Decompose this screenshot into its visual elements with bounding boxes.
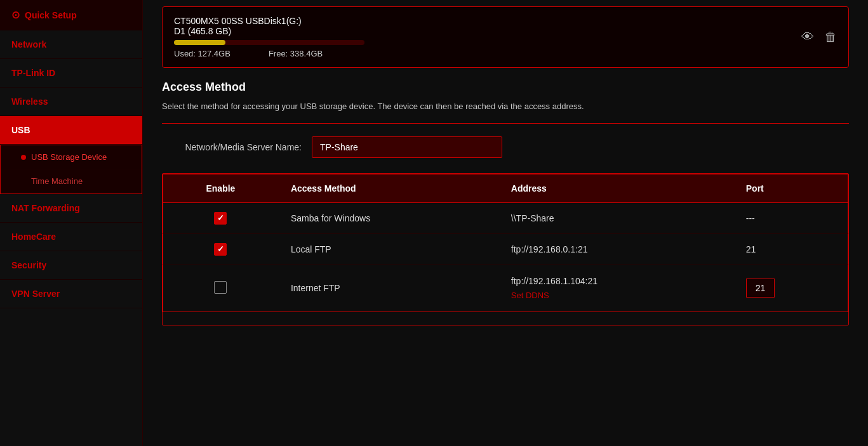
row1-port: --- <box>733 202 848 233</box>
row3-address: ftp://192.168.1.104:21 Set DDNS <box>498 265 733 312</box>
access-method-section: Access Method Select the method for acce… <box>143 81 868 158</box>
target-icon: ⊙ <box>11 9 20 21</box>
sidebar-item-quick-setup-label: Quick Setup <box>25 10 77 20</box>
col-enable: Enable <box>163 174 278 202</box>
sidebar-item-usb-label: USB <box>11 125 30 135</box>
col-access-method: Access Method <box>278 174 498 202</box>
sidebar: ⊙ Quick Setup Network TP-Link ID Wireles… <box>0 0 143 446</box>
usb-storage-bar <box>174 40 364 45</box>
access-method-title: Access Method <box>162 81 849 94</box>
access-table-wrapper: Enable Access Method Address Port Samba … <box>162 173 849 325</box>
sidebar-item-wireless[interactable]: Wireless <box>0 88 142 116</box>
row3-checkbox[interactable] <box>214 281 227 294</box>
table-row: Local FTP ftp://192.168.0.1:21 21 <box>163 233 848 265</box>
sidebar-item-quick-setup[interactable]: ⊙ Quick Setup <box>0 0 142 30</box>
row2-port: 21 <box>733 233 848 265</box>
sidebar-item-time-machine[interactable]: Time Machine <box>1 169 142 193</box>
sidebar-item-network[interactable]: Network <box>0 30 142 59</box>
sidebar-item-nat-forwarding[interactable]: NAT Forwarding <box>0 194 142 223</box>
row3-port: 21 <box>733 265 848 312</box>
sidebar-item-usb-storage-device[interactable]: USB Storage Device <box>1 145 142 169</box>
bullet-icon <box>21 155 26 160</box>
sidebar-item-vpn-server-label: VPN Server <box>11 289 60 299</box>
usb-device-name: CT500MX5 00SS USBDisk1(G:) D1 (465.8 GB) <box>174 16 789 36</box>
usb-device-name-text: CT500MX5 00SS USBDisk1(G:) <box>174 16 302 26</box>
server-name-row: Network/Media Server Name: <box>162 136 849 158</box>
row2-enable-cell <box>163 233 278 265</box>
table-row: Internet FTP ftp://192.168.1.104:21 Set … <box>163 265 848 312</box>
usb-device-size-text: D1 (465.8 GB) <box>174 26 231 36</box>
sidebar-item-security[interactable]: Security <box>0 251 142 280</box>
row2-checkbox[interactable] <box>214 243 227 256</box>
sidebar-item-homecare[interactable]: HomeCare <box>0 223 142 251</box>
sidebar-item-usb-storage-device-label: USB Storage Device <box>31 152 107 162</box>
row3-method: Internet FTP <box>278 265 498 312</box>
table-row: Samba for Windows \\TP-Share --- <box>163 202 848 233</box>
sidebar-item-usb[interactable]: USB <box>0 116 142 145</box>
main-content: CT500MX5 00SS USBDisk1(G:) D1 (465.8 GB)… <box>143 0 868 446</box>
col-address: Address <box>498 174 733 202</box>
usb-actions: 👁 🗑 <box>801 30 837 44</box>
usb-used: Used: 127.4GB <box>174 49 230 58</box>
row1-checkbox[interactable] <box>214 212 227 225</box>
row2-method: Local FTP <box>278 233 498 265</box>
sidebar-item-wireless-label: Wireless <box>11 96 48 107</box>
sidebar-item-vpn-server[interactable]: VPN Server <box>0 280 142 308</box>
sidebar-item-tplink-id[interactable]: TP-Link ID <box>0 59 142 88</box>
usb-device-info: CT500MX5 00SS USBDisk1(G:) D1 (465.8 GB)… <box>174 16 789 58</box>
row1-enable-cell <box>163 202 278 233</box>
row1-address: \\TP-Share <box>498 202 733 233</box>
row3-enable-cell <box>163 265 278 312</box>
server-name-label: Network/Media Server Name: <box>162 142 302 152</box>
server-name-input[interactable] <box>312 136 502 158</box>
row1-method: Samba for Windows <box>278 202 498 233</box>
usb-storage-fill <box>174 40 225 45</box>
row2-address: ftp://192.168.0.1:21 <box>498 233 733 265</box>
usb-free: Free: 338.4GB <box>269 49 323 58</box>
sidebar-item-security-label: Security <box>11 260 46 270</box>
sidebar-item-time-machine-label: Time Machine <box>31 176 83 186</box>
sidebar-item-network-label: Network <box>11 39 46 49</box>
section-divider <box>162 123 849 124</box>
set-ddns-link[interactable]: Set DDNS <box>511 291 549 300</box>
sidebar-item-nat-forwarding-label: NAT Forwarding <box>11 203 80 213</box>
usb-device-card: CT500MX5 00SS USBDisk1(G:) D1 (465.8 GB)… <box>162 6 849 68</box>
col-port: Port <box>733 174 848 202</box>
row3-port-box: 21 <box>746 279 775 298</box>
sidebar-item-tplink-id-label: TP-Link ID <box>11 68 55 78</box>
view-icon[interactable]: 👁 <box>801 30 814 44</box>
usb-storage-stats: Used: 127.4GB Free: 338.4GB <box>174 49 789 58</box>
usb-submenu: USB Storage Device Time Machine <box>0 145 142 194</box>
sidebar-item-homecare-label: HomeCare <box>11 232 56 242</box>
access-method-desc: Select the method for accessing your USB… <box>162 100 849 113</box>
access-table: Enable Access Method Address Port Samba … <box>163 174 848 312</box>
delete-icon[interactable]: 🗑 <box>824 30 837 44</box>
